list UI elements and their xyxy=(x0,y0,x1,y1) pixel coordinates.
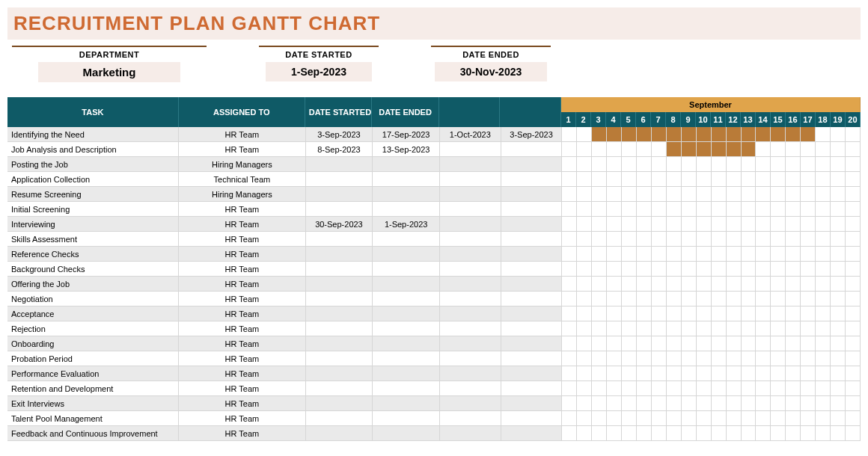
date-start-cell[interactable] xyxy=(306,172,373,186)
date-end-cell[interactable] xyxy=(373,381,440,395)
timeline-cell[interactable] xyxy=(607,351,622,366)
timeline-cell[interactable] xyxy=(712,157,727,171)
task-cell[interactable]: Identifying the Need xyxy=(7,127,179,141)
timeline-cell[interactable] xyxy=(622,157,637,171)
timeline-cell[interactable] xyxy=(682,157,697,171)
extra1-cell[interactable] xyxy=(440,396,501,410)
timeline-cell[interactable] xyxy=(637,321,652,336)
timeline-cell[interactable] xyxy=(831,381,846,395)
timeline-cell[interactable] xyxy=(697,202,712,216)
timeline-cell[interactable] xyxy=(831,157,846,171)
timeline-cell[interactable] xyxy=(816,351,831,366)
date-end-cell[interactable] xyxy=(373,396,440,410)
timeline-cell[interactable] xyxy=(607,277,622,291)
date-end-cell[interactable] xyxy=(373,157,440,171)
timeline-cell[interactable] xyxy=(816,426,831,440)
timeline-cell[interactable] xyxy=(846,262,861,276)
timeline-cell[interactable] xyxy=(756,351,771,366)
timeline-cell[interactable] xyxy=(652,396,667,410)
timeline-cell[interactable] xyxy=(771,217,786,231)
timeline-cell[interactable] xyxy=(756,187,771,201)
timeline-cell[interactable] xyxy=(637,351,652,366)
timeline-cell[interactable] xyxy=(801,306,816,321)
timeline-cell[interactable] xyxy=(562,142,577,156)
timeline-cell[interactable] xyxy=(816,172,831,186)
extra2-cell[interactable] xyxy=(501,396,563,410)
date-end-cell[interactable]: 13-Sep-2023 xyxy=(373,142,440,156)
timeline-cell[interactable] xyxy=(742,187,757,201)
date-end-cell[interactable] xyxy=(373,172,440,186)
timeline-cell[interactable] xyxy=(756,142,771,156)
timeline-cell[interactable] xyxy=(786,396,801,410)
timeline-cell[interactable] xyxy=(637,157,652,171)
timeline-cell[interactable] xyxy=(652,351,667,366)
timeline-cell[interactable] xyxy=(756,292,771,306)
timeline-cell[interactable] xyxy=(562,396,577,410)
timeline-cell[interactable] xyxy=(652,292,667,306)
timeline-cell[interactable] xyxy=(771,262,786,276)
timeline-cell[interactable] xyxy=(831,411,846,425)
timeline-cell[interactable] xyxy=(607,381,622,395)
task-cell[interactable]: Reference Checks xyxy=(7,247,179,261)
timeline-cell[interactable] xyxy=(592,426,607,440)
task-cell[interactable]: Exit Interviews xyxy=(7,396,179,410)
timeline-cell[interactable] xyxy=(637,187,652,201)
timeline-cell[interactable] xyxy=(742,381,757,395)
timeline-cell[interactable] xyxy=(756,306,771,321)
timeline-cell[interactable] xyxy=(786,292,801,306)
timeline-cell[interactable] xyxy=(727,232,742,246)
timeline-cell[interactable] xyxy=(697,172,712,186)
timeline-cell[interactable] xyxy=(682,396,697,410)
timeline-cell[interactable] xyxy=(637,277,652,291)
timeline-cell[interactable] xyxy=(712,247,727,261)
timeline-cell[interactable] xyxy=(771,247,786,261)
timeline-cell[interactable] xyxy=(712,411,727,425)
extra2-cell[interactable] xyxy=(501,172,563,186)
timeline-cell[interactable] xyxy=(652,142,667,156)
timeline-cell[interactable] xyxy=(667,157,682,171)
timeline-cell[interactable] xyxy=(801,157,816,171)
extra1-cell[interactable] xyxy=(440,292,501,306)
timeline-cell[interactable] xyxy=(562,351,577,366)
date-end-cell[interactable] xyxy=(373,351,440,366)
timeline-cell[interactable] xyxy=(846,321,861,336)
timeline-cell[interactable] xyxy=(592,247,607,261)
date-start-cell[interactable] xyxy=(306,292,373,306)
table-row[interactable]: Background ChecksHR Team xyxy=(7,262,861,277)
timeline-cell[interactable] xyxy=(697,426,712,440)
assigned-cell[interactable]: HR Team xyxy=(179,247,305,261)
timeline-cell[interactable] xyxy=(742,292,757,306)
timeline-cell[interactable] xyxy=(607,172,622,186)
timeline-cell[interactable] xyxy=(727,202,742,216)
timeline-cell[interactable] xyxy=(816,277,831,291)
gantt-bar-segment[interactable] xyxy=(667,142,682,156)
timeline-cell[interactable] xyxy=(846,292,861,306)
timeline-cell[interactable] xyxy=(816,217,831,231)
date-ended-value[interactable]: 30-Nov-2023 xyxy=(435,62,548,81)
timeline-cell[interactable] xyxy=(607,262,622,276)
timeline-cell[interactable] xyxy=(652,321,667,336)
timeline-cell[interactable] xyxy=(667,351,682,366)
date-start-cell[interactable]: 3-Sep-2023 xyxy=(306,127,373,141)
timeline-cell[interactable] xyxy=(667,247,682,261)
date-start-cell[interactable] xyxy=(306,351,373,366)
timeline-cell[interactable] xyxy=(846,426,861,440)
timeline-cell[interactable] xyxy=(846,411,861,425)
task-cell[interactable]: Performance Evaluation xyxy=(7,366,179,380)
timeline-cell[interactable] xyxy=(622,172,637,186)
timeline-cell[interactable] xyxy=(712,336,727,351)
gantt-bar-segment[interactable] xyxy=(667,127,682,141)
timeline-cell[interactable] xyxy=(637,262,652,276)
date-end-cell[interactable] xyxy=(373,247,440,261)
timeline-cell[interactable] xyxy=(831,336,846,351)
table-row[interactable]: Application CollectionTechnical Team xyxy=(7,172,861,187)
gantt-bar-segment[interactable] xyxy=(607,127,622,141)
gantt-bar-segment[interactable] xyxy=(727,142,742,156)
timeline-cell[interactable] xyxy=(742,232,757,246)
extra2-cell[interactable] xyxy=(501,411,563,425)
table-row[interactable]: Resume ScreeningHiring Managers xyxy=(7,187,861,202)
assigned-cell[interactable]: HR Team xyxy=(179,127,305,141)
table-row[interactable]: Retention and DevelopmentHR Team xyxy=(7,381,861,396)
extra2-cell[interactable] xyxy=(501,426,563,440)
date-start-cell[interactable] xyxy=(306,187,373,201)
